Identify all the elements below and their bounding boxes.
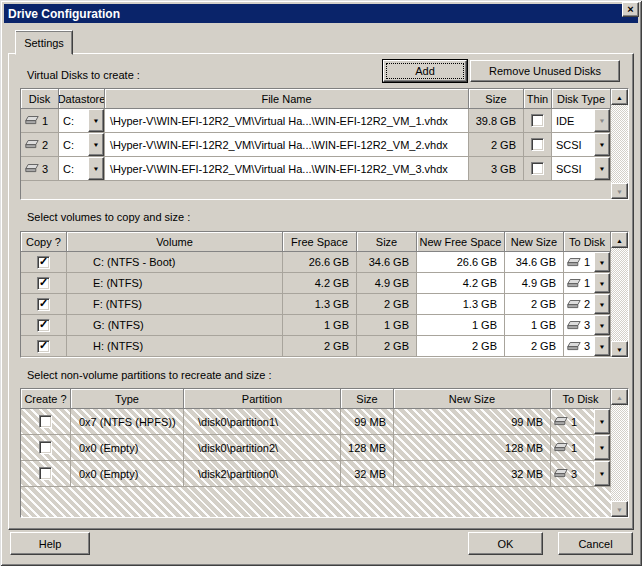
copy-checkbox[interactable]: ✓ [37,298,50,311]
datastore-dropdown[interactable]: C: ▼ [59,109,105,132]
dropdown-button[interactable]: ▼ [594,109,610,132]
copy-checkbox[interactable]: ✓ [37,277,50,290]
to-disk-dropdown[interactable]: 2 ▼ [564,294,611,314]
copy-checkbox[interactable]: ✓ [37,340,50,353]
scrollbar[interactable]: ▲ ▼ [611,389,628,517]
volume-cell: C: (NTFS - Boot) [67,252,283,272]
column-header: Disk Type [552,89,611,109]
new-size-field[interactable]: 2 GB [505,294,564,314]
thin-checkbox[interactable]: ✓ [531,162,544,175]
tab-settings[interactable]: Settings [15,30,73,55]
titlebar[interactable]: Drive Configuration [4,4,638,23]
dropdown-button[interactable]: ▼ [88,109,104,132]
file-name-field[interactable]: \Hyper-V\WIN-EFI-12R2_VM\Virtual Ha...\W… [105,109,469,132]
scroll-up-icon: ▲ [616,394,623,400]
new-free-space-field[interactable]: 1 GB [417,315,505,335]
create-checkbox[interactable]: ✓ [39,467,52,480]
scroll-down-icon: ▼ [616,188,623,194]
dropdown-button[interactable]: ▼ [594,157,610,180]
ok-button[interactable]: OK [468,532,543,555]
new-free-space-field[interactable]: 4.2 GB [417,273,505,293]
disk-icon [567,342,581,351]
scroll-up-button[interactable]: ▲ [611,89,628,105]
table-row: ✓ 0x0 (Empty) \disk0\partition2\ 128 MB … [21,435,611,461]
scroll-down-button[interactable]: ▼ [611,183,628,199]
scroll-down-icon: ▼ [616,346,623,352]
to-disk-dropdown[interactable]: 1 ▼ [564,273,611,293]
chevron-down-icon: ▼ [599,445,606,451]
scroll-down-button[interactable]: ▼ [611,501,628,517]
new-free-space-field[interactable]: 1.3 GB [417,294,505,314]
scroll-up-button[interactable]: ▲ [611,232,628,248]
size-cell: 39.8 GB [469,109,524,132]
scroll-down-icon: ▼ [616,506,623,512]
new-size-field[interactable]: 34.6 GB [505,252,564,272]
create-checkbox[interactable]: ✓ [39,415,52,428]
free-space-cell: 1.3 GB [283,294,357,314]
help-button[interactable]: Help [10,532,90,555]
dropdown-button[interactable]: ▼ [88,133,104,156]
dropdown-button[interactable]: ▼ [594,273,610,293]
create-checkbox[interactable]: ✓ [39,441,52,454]
file-name-field[interactable]: \Hyper-V\WIN-EFI-12R2_VM\Virtual Ha...\W… [105,157,469,180]
scrollbar[interactable]: ▲ ▼ [611,232,628,357]
to-disk-dropdown[interactable]: 1 ▼ [564,252,611,272]
dropdown-button[interactable]: ▼ [88,157,104,180]
disk-icon [554,469,568,478]
dropdown-button[interactable]: ▼ [594,336,610,356]
close-button[interactable]: × [622,2,639,17]
dropdown-button[interactable]: ▼ [594,435,610,460]
create-cell: ✓ [21,435,71,460]
new-size-cell: 128 MB [394,435,551,460]
copy-checkbox[interactable]: ✓ [37,319,50,332]
dropdown-button[interactable]: ▼ [594,294,610,314]
column-header: To Disk [564,232,611,252]
to-disk-dropdown[interactable]: 1 ▼ [551,409,611,434]
cancel-button[interactable]: Cancel [558,532,633,555]
scroll-up-button[interactable]: ▲ [611,389,628,405]
partition-cell: \disk0\partition1\ [184,409,341,434]
new-size-field[interactable]: 4.9 GB [505,273,564,293]
remove-unused-disks-button[interactable]: Remove Unused Disks [470,60,620,82]
disk-type-dropdown[interactable]: SCSI ▼ [552,133,611,156]
new-size-field[interactable]: 1 GB [505,315,564,335]
new-free-space-field[interactable]: 26.6 GB [417,252,505,272]
thin-cell: ✓ [524,133,552,156]
size-cell: 2 GB [469,133,524,156]
new-free-space-field[interactable]: 2 GB [417,336,505,356]
dropdown-button[interactable]: ▼ [594,252,610,272]
datastore-dropdown[interactable]: C: ▼ [59,133,105,156]
disk-type-dropdown[interactable]: SCSI ▼ [552,157,611,180]
chevron-down-icon: ▼ [599,419,606,425]
scroll-down-button[interactable]: ▼ [611,341,628,357]
to-disk-dropdown[interactable]: 3 ▼ [551,461,611,486]
disk-type-dropdown[interactable]: IDE ▼ [552,109,611,132]
scrollbar[interactable]: ▲ ▼ [611,89,628,199]
new-size-field[interactable]: 2 GB [505,336,564,356]
file-name-field[interactable]: \Hyper-V\WIN-EFI-12R2_VM\Virtual Ha...\W… [105,133,469,156]
add-button[interactable]: Add [383,60,467,82]
chevron-down-icon: ▼ [599,166,606,172]
tab-settings-label: Settings [24,37,64,49]
size-cell: 4.9 GB [357,273,417,293]
size-cell: 128 MB [341,435,394,460]
datastore-dropdown[interactable]: C: ▼ [59,157,105,180]
table-row: ✓ H: (NTFS) 2 GB 2 GB 2 GB 2 GB 3 ▼ [21,336,611,357]
chevron-down-icon: ▼ [599,471,606,477]
dropdown-button[interactable]: ▼ [594,315,610,335]
volumes-rows: ✓ C: (NTFS - Boot) 26.6 GB 34.6 GB 26.6 … [21,252,628,357]
to-disk-dropdown[interactable]: 1 ▼ [551,435,611,460]
dropdown-button[interactable]: ▼ [594,409,610,434]
thin-checkbox[interactable]: ✓ [531,138,544,151]
volumes-table: Copy ? Volume Free Space Size New Free S… [20,231,629,358]
thin-checkbox[interactable]: ✓ [531,114,544,127]
table-row: 1 C: ▼ \Hyper-V\WIN-EFI-12R2_VM\Virtual … [21,109,611,133]
size-cell: 3 GB [469,157,524,180]
check-icon: ✓ [39,277,48,288]
to-disk-dropdown[interactable]: 3 ▼ [564,336,611,356]
window-title: Drive Configuration [4,7,120,21]
dropdown-button[interactable]: ▼ [594,461,610,486]
copy-checkbox[interactable]: ✓ [37,256,50,269]
to-disk-dropdown[interactable]: 3 ▼ [564,315,611,335]
dropdown-button[interactable]: ▼ [594,133,610,156]
